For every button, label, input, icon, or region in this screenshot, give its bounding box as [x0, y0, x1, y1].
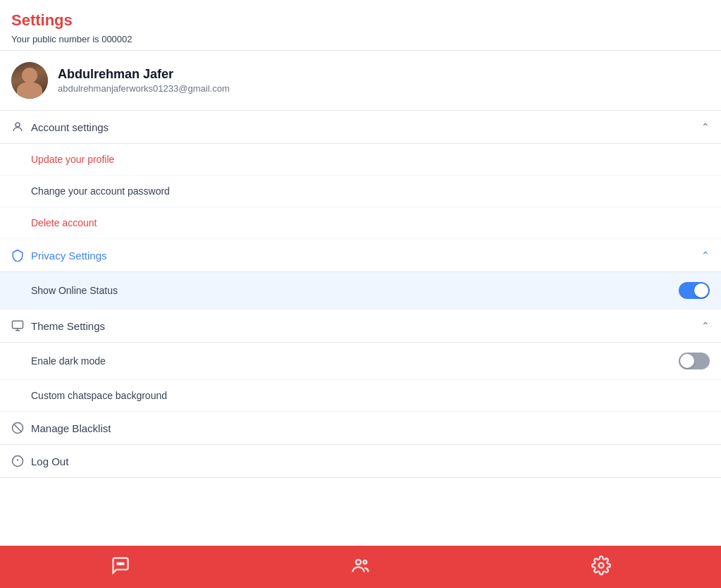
svg-line-3: [14, 424, 22, 432]
custom-background-item[interactable]: Custom chatspace background: [0, 380, 721, 412]
profile-section: Abdulrehman Jafer abdulrehmanjaferworks0…: [0, 51, 721, 111]
account-icon: [11, 121, 24, 133]
main-content: Settings Your public number is 000002 Ab…: [0, 0, 721, 546]
show-online-status-toggle[interactable]: [679, 282, 710, 299]
account-settings-chevron: ⌃: [701, 121, 710, 133]
update-profile-label: Update your profile: [31, 154, 114, 165]
avatar-image: [11, 62, 48, 99]
svg-point-12: [598, 563, 603, 568]
theme-settings-left: Theme Settings: [11, 319, 105, 332]
delete-account-item[interactable]: Delete account: [0, 207, 721, 239]
toggle-thumb-dark: [680, 354, 694, 368]
logout-icon: [11, 455, 24, 467]
dark-mode-toggle[interactable]: [679, 353, 710, 369]
bottom-nav: [0, 546, 721, 588]
page-container: Settings Your public number is 000002 Ab…: [0, 0, 721, 588]
log-out-left: Log Out: [11, 455, 68, 467]
manage-blacklist-left: Manage Blacklist: [11, 422, 111, 434]
log-out-title: Log Out: [31, 455, 68, 467]
profile-info: Abdulrehman Jafer abdulrehmanjaferworks0…: [58, 67, 230, 94]
chat-icon: [111, 556, 130, 578]
page-title: Settings: [11, 11, 710, 30]
svg-point-0: [16, 123, 20, 127]
dark-mode-label: Enale dark mode: [31, 355, 106, 367]
privacy-settings-title: Privacy Settings: [31, 250, 107, 262]
account-settings-header[interactable]: Account settings ⌃: [0, 111, 721, 144]
svg-point-10: [356, 560, 361, 565]
toggle-thumb-online: [694, 283, 708, 298]
privacy-settings-chevron: ⌃: [701, 250, 710, 261]
nav-settings[interactable]: [584, 550, 618, 584]
log-out-header[interactable]: Log Out: [0, 445, 721, 478]
privacy-settings-header[interactable]: Privacy Settings ⌃: [0, 239, 721, 272]
profile-name: Abdulrehman Jafer: [58, 67, 230, 82]
nav-chat[interactable]: [104, 550, 137, 584]
settings-header: Settings Your public number is 000002: [0, 0, 721, 51]
custom-background-label: Custom chatspace background: [31, 390, 167, 401]
show-online-status-item[interactable]: Show Online Status: [0, 272, 721, 310]
privacy-settings-left: Privacy Settings: [11, 249, 107, 262]
contacts-icon: [351, 556, 371, 578]
manage-blacklist-header[interactable]: Manage Blacklist: [0, 412, 721, 445]
privacy-icon: [11, 249, 24, 262]
update-profile-item[interactable]: Update your profile: [0, 144, 721, 176]
svg-point-9: [122, 563, 123, 565]
account-settings-left: Account settings: [11, 121, 109, 133]
toggle-track-dark[interactable]: [679, 353, 710, 369]
theme-settings-chevron: ⌃: [701, 320, 710, 331]
nav-contacts[interactable]: [344, 550, 378, 584]
settings-icon: [591, 556, 611, 578]
change-password-label: Change your account password: [31, 185, 170, 197]
avatar: [11, 62, 48, 99]
svg-rect-1: [13, 321, 23, 329]
theme-icon: [11, 319, 24, 332]
theme-settings-header[interactable]: Theme Settings ⌃: [0, 310, 721, 343]
toggle-track-online[interactable]: [679, 282, 710, 299]
change-password-item[interactable]: Change your account password: [0, 176, 721, 207]
profile-email: abdulrehmanjaferworks01233@gmail.com: [58, 83, 230, 94]
show-online-status-label: Show Online Status: [31, 285, 118, 296]
delete-account-label: Delete account: [31, 217, 97, 228]
dark-mode-item[interactable]: Enale dark mode: [0, 343, 721, 380]
account-settings-title: Account settings: [31, 121, 109, 133]
manage-blacklist-title: Manage Blacklist: [31, 422, 111, 434]
public-number: Your public number is 000002: [11, 34, 710, 44]
theme-settings-title: Theme Settings: [31, 320, 105, 332]
svg-point-11: [363, 561, 366, 564]
svg-point-8: [119, 563, 121, 565]
blacklist-icon: [11, 422, 24, 434]
svg-point-7: [117, 563, 118, 565]
